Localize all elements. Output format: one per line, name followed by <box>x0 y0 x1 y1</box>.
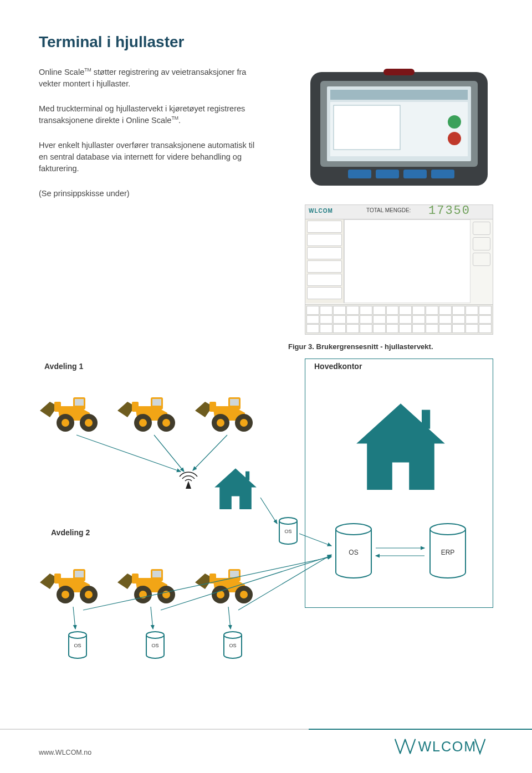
svg-text:WLCOM: WLCOM <box>418 739 477 754</box>
terminal-device-photo <box>305 66 493 191</box>
footer-url: www.WLCOM.no <box>39 749 91 756</box>
paragraph-1-pre: Online Scale <box>39 68 84 76</box>
paragraph-4: (Se prinsippskisse under) <box>39 188 255 199</box>
paragraph-1: Online ScaleTM støtter registrering av v… <box>39 66 255 90</box>
principle-diagram: Avdeling 1 Hovedkontor <box>39 362 493 728</box>
svg-rect-11 <box>431 170 454 178</box>
svg-line-70 <box>154 435 184 472</box>
svg-rect-5 <box>334 105 400 150</box>
svg-line-76 <box>238 555 331 610</box>
figure-caption: Figur 3. Brukergrensesnitt - hjullasterv… <box>288 342 493 351</box>
app-total-value: 17350 <box>428 204 470 218</box>
svg-rect-8 <box>348 170 371 178</box>
app-main-pane <box>344 219 470 303</box>
page-title: Terminal i hjullaster <box>39 33 493 51</box>
svg-line-81 <box>228 607 231 629</box>
svg-line-72 <box>260 498 277 524</box>
brand-logo: WLCOM <box>388 736 493 756</box>
svg-line-73 <box>299 534 331 546</box>
diagram-arrows <box>39 362 493 728</box>
app-screenshot: WLCOM TOTAL MENGDE: 17350 <box>305 204 493 335</box>
svg-line-79 <box>73 607 75 629</box>
paragraph-2-post: . <box>178 116 181 125</box>
app-logo-text: WLCOM <box>309 208 333 214</box>
svg-line-69 <box>76 435 181 472</box>
trademark-symbol: TM <box>171 115 178 121</box>
body-text-column: Online ScaleTM støtter registrering av v… <box>39 66 255 351</box>
trademark-symbol: TM <box>84 67 91 73</box>
svg-rect-10 <box>403 170 427 178</box>
svg-line-74 <box>83 557 331 610</box>
svg-rect-12 <box>383 69 415 75</box>
paragraph-3: Hver enkelt hjullaster overfører transak… <box>39 140 255 175</box>
app-right-pane <box>473 219 490 303</box>
app-sidebar <box>305 219 344 303</box>
svg-rect-3 <box>330 90 468 100</box>
svg-line-80 <box>151 607 153 629</box>
svg-rect-9 <box>376 170 399 178</box>
footer-rule <box>0 729 532 730</box>
svg-line-71 <box>193 435 227 470</box>
svg-point-7 <box>448 132 461 145</box>
app-total-label: TOTAL MENGDE: <box>366 207 411 213</box>
svg-point-6 <box>448 115 461 129</box>
paragraph-2-pre: Med truckterminal og hjullastervekt i kj… <box>39 104 245 125</box>
app-onscreen-keyboard <box>305 304 493 334</box>
paragraph-2: Med truckterminal og hjullastervekt i kj… <box>39 103 255 126</box>
svg-line-75 <box>161 556 331 610</box>
